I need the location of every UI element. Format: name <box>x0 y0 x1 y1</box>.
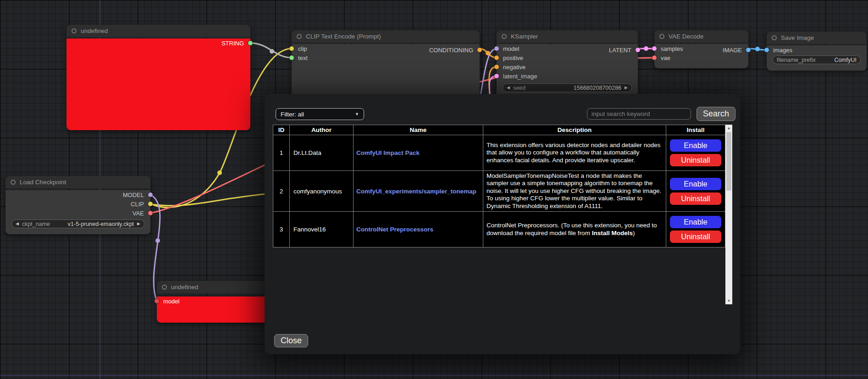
input-socket-images[interactable] <box>764 48 769 52</box>
scrollbar-down-icon[interactable]: ▼ <box>725 297 732 304</box>
node-vae-decode[interactable]: VAE Decode IMAGE samples vae <box>654 30 748 68</box>
collapse-dot-icon[interactable] <box>659 34 664 39</box>
filter-select[interactable]: Filter: all ▼ <box>276 108 364 120</box>
input-socket-vae[interactable] <box>652 55 657 60</box>
input-slot-model: model <box>497 44 638 53</box>
input-socket-model[interactable] <box>155 299 159 303</box>
wire-dot[interactable] <box>155 238 160 243</box>
header-install: Install <box>666 125 725 135</box>
input-slot-images: images <box>767 45 867 55</box>
extensions-table-wrap: ID Author Name Description Install 1 Dr.… <box>273 125 732 304</box>
node-header[interactable]: Load Checkpoint <box>6 176 150 188</box>
input-socket-negative[interactable] <box>494 65 499 69</box>
description-tail: ) <box>633 230 635 236</box>
description-text: This extension offers various detector n… <box>487 142 660 164</box>
wire-dot[interactable] <box>644 46 648 51</box>
output-socket-vae[interactable] <box>148 211 153 215</box>
node-body[interactable]: images filename_prefix ComfyUI <box>767 45 867 71</box>
slot-label: VAE <box>133 210 144 217</box>
chevron-down-icon: ▼ <box>355 112 359 116</box>
wire-dot[interactable] <box>755 47 760 51</box>
slot-label: model <box>163 298 179 305</box>
node-title: Load Checkpoint <box>20 179 66 186</box>
close-button[interactable]: Close <box>274 334 308 347</box>
slot-label: CLIP <box>131 201 144 208</box>
input-socket-samples[interactable] <box>652 46 657 51</box>
input-slot-clip: clip <box>292 44 480 53</box>
scrollbar[interactable]: ▲ ▼ <box>725 125 732 304</box>
cell-description: This extension offers various detector n… <box>483 135 666 171</box>
search-input[interactable] <box>587 108 691 120</box>
input-socket-text[interactable] <box>289 55 294 60</box>
cell-install: Enable Uninstall <box>666 171 725 212</box>
node-undefined-top[interactable]: undefined STRING <box>66 25 250 130</box>
increment-icon[interactable]: ▶ <box>625 86 628 90</box>
node-header[interactable]: VAE Decode <box>654 30 748 43</box>
collapse-dot-icon[interactable] <box>772 35 777 40</box>
node-title: KSampler <box>511 33 538 40</box>
cell-author: Fannovel16 <box>290 212 354 247</box>
node-load-checkpoint[interactable]: Load Checkpoint MODEL CLIP VAE ◀ ckpt_na… <box>6 176 150 234</box>
cell-id: 3 <box>273 212 290 247</box>
collapse-dot-icon[interactable] <box>502 34 507 39</box>
wire-dot[interactable] <box>486 51 490 55</box>
output-socket-model[interactable] <box>148 192 153 197</box>
output-socket-clip[interactable] <box>148 202 153 206</box>
filename-prefix-widget[interactable]: filename_prefix ComfyUI <box>773 55 861 64</box>
collapse-dot-icon[interactable] <box>11 180 16 185</box>
slot-label: latent_image <box>503 73 537 80</box>
slot-label: model <box>503 45 519 52</box>
scrollbar-up-icon[interactable]: ▲ <box>725 125 732 132</box>
node-header[interactable]: Save Image <box>767 32 867 44</box>
slot-label: text <box>298 55 308 61</box>
search-button[interactable]: Search <box>697 107 735 121</box>
collapse-dot-icon[interactable] <box>297 34 302 39</box>
node-header[interactable]: KSampler <box>497 30 638 43</box>
seed-widget[interactable]: ◀ seed 156680208700286 ▶ <box>503 83 632 92</box>
widget-label: seed <box>513 85 525 91</box>
wire-dot[interactable] <box>270 49 274 54</box>
node-body[interactable]: MODEL CLIP VAE ◀ ckpt_name v1-5-pruned-e… <box>6 190 150 234</box>
enable-button[interactable]: Enable <box>670 178 721 190</box>
node-title: undefined <box>81 27 108 34</box>
description-bold: Install Models <box>592 230 633 236</box>
cell-id: 1 <box>273 135 290 171</box>
uninstall-button[interactable]: Uninstall <box>670 154 721 166</box>
output-socket-string[interactable] <box>248 41 253 45</box>
ckpt-name-widget[interactable]: ◀ ckpt_name v1-5-pruned-emaonly.ckpt ▶ <box>11 220 144 228</box>
enable-button[interactable]: Enable <box>670 216 721 228</box>
header-author: Author <box>290 125 354 135</box>
scrollbar-thumb[interactable] <box>726 132 731 191</box>
wire-dot[interactable] <box>217 170 222 175</box>
collapse-dot-icon[interactable] <box>162 285 167 290</box>
decrement-icon[interactable]: ◀ <box>16 222 19 226</box>
cell-description: ModelSamplerTonemapNoiseTest a node that… <box>483 171 666 212</box>
table-row: 3 Fannovel16 ControlNet Preprocessors Co… <box>273 212 725 247</box>
collapse-dot-icon[interactable] <box>72 28 77 33</box>
node-body[interactable]: IMAGE samples vae <box>654 44 748 68</box>
input-socket-latent-image[interactable] <box>494 74 499 78</box>
slot-label: clip <box>298 45 307 52</box>
input-slot-negative: negative <box>497 62 638 71</box>
increment-icon[interactable]: ▶ <box>137 222 140 226</box>
slot-label: images <box>773 47 792 54</box>
input-socket-model[interactable] <box>494 46 499 51</box>
extension-link[interactable]: ControlNet Preprocessors <box>356 226 433 233</box>
enable-button[interactable]: Enable <box>670 139 721 152</box>
uninstall-button[interactable]: Uninstall <box>670 231 721 243</box>
input-socket-clip[interactable] <box>289 46 294 51</box>
node-body[interactable]: STRING <box>66 38 250 130</box>
extension-link[interactable]: ComfyUI_experiments/sampler_tonemap <box>356 188 476 195</box>
cell-id: 2 <box>273 171 290 212</box>
widget-value: 156680208700286 <box>574 85 621 91</box>
output-slot-vae: VAE <box>6 209 150 218</box>
cell-install: Enable Uninstall <box>666 212 725 247</box>
node-save-image[interactable]: Save Image images filename_prefix ComfyU… <box>767 32 867 71</box>
node-header[interactable]: undefined <box>66 25 250 37</box>
uninstall-button[interactable]: Uninstall <box>670 192 721 205</box>
decrement-icon[interactable]: ◀ <box>507 86 510 90</box>
extensions-table: ID Author Name Description Install 1 Dr.… <box>273 125 725 247</box>
extension-link[interactable]: ComfyUI Impact Pack <box>356 149 420 156</box>
input-socket-positive[interactable] <box>494 55 499 60</box>
node-header[interactable]: CLIP Text Encode (Prompt) <box>292 30 480 43</box>
